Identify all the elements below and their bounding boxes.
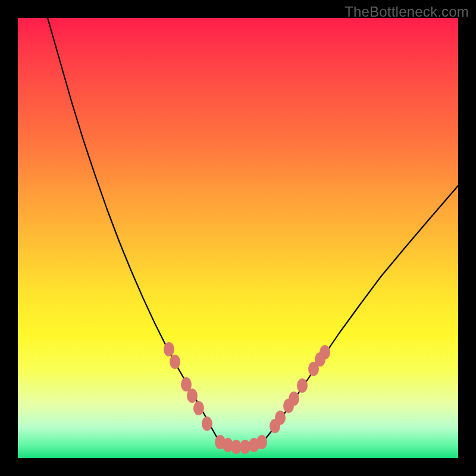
plot-area: [18, 18, 458, 458]
data-marker: [187, 389, 198, 403]
data-marker: [256, 435, 267, 449]
data-marker: [193, 401, 204, 415]
data-marker: [297, 378, 308, 393]
data-marker: [170, 355, 180, 369]
bottleneck-curve: [18, 18, 458, 458]
chart-frame: TheBottleneck.com: [0, 0, 476, 476]
data-marker: [202, 416, 212, 431]
data-marker: [275, 411, 286, 425]
data-marker: [164, 342, 174, 356]
data-marker: [320, 345, 330, 359]
data-marker: [289, 392, 299, 406]
curve-path: [48, 18, 458, 447]
